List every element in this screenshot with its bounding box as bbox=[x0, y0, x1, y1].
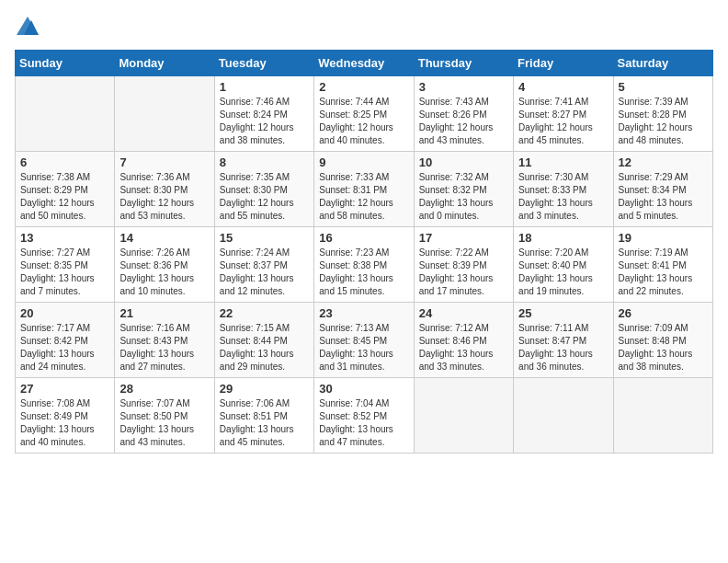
day-info: Sunrise: 7:17 AM Sunset: 8:42 PM Dayligh… bbox=[20, 322, 109, 373]
calendar-cell: 6Sunrise: 7:38 AM Sunset: 8:29 PM Daylig… bbox=[16, 152, 115, 227]
day-info: Sunrise: 7:33 AM Sunset: 8:31 PM Dayligh… bbox=[319, 171, 408, 223]
day-number: 28 bbox=[119, 382, 209, 396]
calendar-cell: 21Sunrise: 7:16 AM Sunset: 8:43 PM Dayli… bbox=[115, 303, 214, 378]
calendar-cell: 24Sunrise: 7:12 AM Sunset: 8:46 PM Dayli… bbox=[414, 303, 513, 378]
day-number: 29 bbox=[220, 382, 309, 396]
calendar-cell: 16Sunrise: 7:23 AM Sunset: 8:38 PM Dayli… bbox=[314, 227, 414, 303]
day-info: Sunrise: 7:13 AM Sunset: 8:45 PM Dayligh… bbox=[319, 322, 408, 373]
day-number: 27 bbox=[20, 382, 109, 396]
calendar-week-row: 27Sunrise: 7:08 AM Sunset: 8:49 PM Dayli… bbox=[16, 378, 713, 454]
calendar-cell: 29Sunrise: 7:06 AM Sunset: 8:51 PM Dayli… bbox=[214, 378, 313, 454]
calendar-cell: 30Sunrise: 7:04 AM Sunset: 8:52 PM Dayli… bbox=[314, 378, 414, 454]
day-info: Sunrise: 7:09 AM Sunset: 8:48 PM Dayligh… bbox=[619, 322, 708, 373]
day-info: Sunrise: 7:07 AM Sunset: 8:50 PM Dayligh… bbox=[119, 397, 209, 449]
day-number: 19 bbox=[619, 231, 708, 245]
header bbox=[15, 15, 713, 40]
calendar-cell: 14Sunrise: 7:26 AM Sunset: 8:36 PM Dayli… bbox=[115, 227, 214, 303]
day-number: 4 bbox=[518, 80, 608, 94]
day-info: Sunrise: 7:36 AM Sunset: 8:30 PM Dayligh… bbox=[119, 171, 209, 223]
day-info: Sunrise: 7:27 AM Sunset: 8:35 PM Dayligh… bbox=[20, 247, 109, 298]
calendar-cell: 11Sunrise: 7:30 AM Sunset: 8:33 PM Dayli… bbox=[514, 152, 613, 227]
day-info: Sunrise: 7:32 AM Sunset: 8:32 PM Dayligh… bbox=[419, 171, 508, 223]
day-of-week-header: Thursday bbox=[414, 51, 513, 76]
day-info: Sunrise: 7:15 AM Sunset: 8:44 PM Dayligh… bbox=[220, 322, 309, 373]
day-number: 9 bbox=[319, 155, 408, 169]
day-info: Sunrise: 7:20 AM Sunset: 8:40 PM Dayligh… bbox=[518, 247, 608, 298]
day-number: 24 bbox=[419, 306, 508, 320]
calendar-cell: 3Sunrise: 7:43 AM Sunset: 8:26 PM Daylig… bbox=[414, 76, 513, 152]
day-info: Sunrise: 7:22 AM Sunset: 8:39 PM Dayligh… bbox=[419, 247, 508, 298]
calendar-cell: 28Sunrise: 7:07 AM Sunset: 8:50 PM Dayli… bbox=[115, 378, 214, 454]
calendar-cell: 19Sunrise: 7:19 AM Sunset: 8:41 PM Dayli… bbox=[613, 227, 712, 303]
day-info: Sunrise: 7:12 AM Sunset: 8:46 PM Dayligh… bbox=[419, 322, 508, 373]
day-number: 25 bbox=[518, 306, 608, 320]
day-info: Sunrise: 7:46 AM Sunset: 8:24 PM Dayligh… bbox=[220, 96, 309, 147]
calendar-cell: 10Sunrise: 7:32 AM Sunset: 8:32 PM Dayli… bbox=[414, 152, 513, 227]
logo bbox=[15, 15, 44, 40]
day-number: 8 bbox=[220, 155, 309, 169]
calendar-cell: 9Sunrise: 7:33 AM Sunset: 8:31 PM Daylig… bbox=[314, 152, 414, 227]
calendar-cell: 8Sunrise: 7:35 AM Sunset: 8:30 PM Daylig… bbox=[214, 152, 313, 227]
calendar-week-row: 1Sunrise: 7:46 AM Sunset: 8:24 PM Daylig… bbox=[16, 76, 713, 152]
day-info: Sunrise: 7:16 AM Sunset: 8:43 PM Dayligh… bbox=[119, 322, 209, 373]
day-of-week-header: Sunday bbox=[16, 51, 115, 76]
calendar-cell: 5Sunrise: 7:39 AM Sunset: 8:28 PM Daylig… bbox=[613, 76, 712, 152]
calendar-cell: 4Sunrise: 7:41 AM Sunset: 8:27 PM Daylig… bbox=[514, 76, 613, 152]
day-number: 21 bbox=[119, 306, 209, 320]
calendar-week-row: 13Sunrise: 7:27 AM Sunset: 8:35 PM Dayli… bbox=[16, 227, 713, 303]
day-of-week-header: Tuesday bbox=[214, 51, 313, 76]
day-number: 15 bbox=[220, 231, 309, 245]
calendar-cell: 25Sunrise: 7:11 AM Sunset: 8:47 PM Dayli… bbox=[514, 303, 613, 378]
day-of-week-header: Monday bbox=[115, 51, 214, 76]
day-number: 5 bbox=[619, 80, 708, 94]
day-of-week-header: Wednesday bbox=[314, 51, 414, 76]
calendar-cell: 23Sunrise: 7:13 AM Sunset: 8:45 PM Dayli… bbox=[314, 303, 414, 378]
calendar-cell bbox=[414, 378, 513, 454]
calendar-cell: 2Sunrise: 7:44 AM Sunset: 8:25 PM Daylig… bbox=[314, 76, 414, 152]
day-number: 30 bbox=[319, 382, 408, 396]
day-number: 13 bbox=[20, 231, 109, 245]
calendar-cell: 20Sunrise: 7:17 AM Sunset: 8:42 PM Dayli… bbox=[16, 303, 115, 378]
day-number: 23 bbox=[319, 306, 408, 320]
day-info: Sunrise: 7:30 AM Sunset: 8:33 PM Dayligh… bbox=[518, 171, 608, 223]
day-number: 17 bbox=[419, 231, 508, 245]
day-info: Sunrise: 7:08 AM Sunset: 8:49 PM Dayligh… bbox=[20, 397, 109, 449]
day-number: 20 bbox=[20, 306, 109, 320]
day-info: Sunrise: 7:29 AM Sunset: 8:34 PM Dayligh… bbox=[619, 171, 708, 223]
calendar-week-row: 6Sunrise: 7:38 AM Sunset: 8:29 PM Daylig… bbox=[16, 152, 713, 227]
logo-icon bbox=[15, 15, 40, 40]
calendar-cell: 26Sunrise: 7:09 AM Sunset: 8:48 PM Dayli… bbox=[613, 303, 712, 378]
day-number: 22 bbox=[220, 306, 309, 320]
calendar-cell: 22Sunrise: 7:15 AM Sunset: 8:44 PM Dayli… bbox=[214, 303, 313, 378]
day-info: Sunrise: 7:06 AM Sunset: 8:51 PM Dayligh… bbox=[220, 397, 309, 449]
day-number: 7 bbox=[119, 155, 209, 169]
calendar-cell bbox=[514, 378, 613, 454]
calendar-cell bbox=[16, 76, 115, 152]
day-number: 2 bbox=[319, 80, 408, 94]
calendar-week-row: 20Sunrise: 7:17 AM Sunset: 8:42 PM Dayli… bbox=[16, 303, 713, 378]
day-info: Sunrise: 7:39 AM Sunset: 8:28 PM Dayligh… bbox=[619, 96, 708, 147]
day-info: Sunrise: 7:19 AM Sunset: 8:41 PM Dayligh… bbox=[619, 247, 708, 298]
day-number: 16 bbox=[319, 231, 408, 245]
calendar-cell: 7Sunrise: 7:36 AM Sunset: 8:30 PM Daylig… bbox=[115, 152, 214, 227]
calendar-cell: 1Sunrise: 7:46 AM Sunset: 8:24 PM Daylig… bbox=[214, 76, 313, 152]
day-number: 3 bbox=[419, 80, 508, 94]
calendar-cell bbox=[115, 76, 214, 152]
day-number: 11 bbox=[518, 155, 608, 169]
day-number: 18 bbox=[518, 231, 608, 245]
day-info: Sunrise: 7:04 AM Sunset: 8:52 PM Dayligh… bbox=[319, 397, 408, 449]
calendar-cell bbox=[613, 378, 712, 454]
calendar-cell: 15Sunrise: 7:24 AM Sunset: 8:37 PM Dayli… bbox=[214, 227, 313, 303]
day-of-week-header: Friday bbox=[514, 51, 613, 76]
calendar-cell: 17Sunrise: 7:22 AM Sunset: 8:39 PM Dayli… bbox=[414, 227, 513, 303]
day-number: 1 bbox=[220, 80, 309, 94]
day-info: Sunrise: 7:43 AM Sunset: 8:26 PM Dayligh… bbox=[419, 96, 508, 147]
calendar-cell: 13Sunrise: 7:27 AM Sunset: 8:35 PM Dayli… bbox=[16, 227, 115, 303]
day-info: Sunrise: 7:26 AM Sunset: 8:36 PM Dayligh… bbox=[119, 247, 209, 298]
day-number: 10 bbox=[419, 155, 508, 169]
calendar-cell: 12Sunrise: 7:29 AM Sunset: 8:34 PM Dayli… bbox=[613, 152, 712, 227]
day-number: 14 bbox=[119, 231, 209, 245]
day-info: Sunrise: 7:35 AM Sunset: 8:30 PM Dayligh… bbox=[220, 171, 309, 223]
day-info: Sunrise: 7:41 AM Sunset: 8:27 PM Dayligh… bbox=[518, 96, 608, 147]
day-info: Sunrise: 7:23 AM Sunset: 8:38 PM Dayligh… bbox=[319, 247, 408, 298]
